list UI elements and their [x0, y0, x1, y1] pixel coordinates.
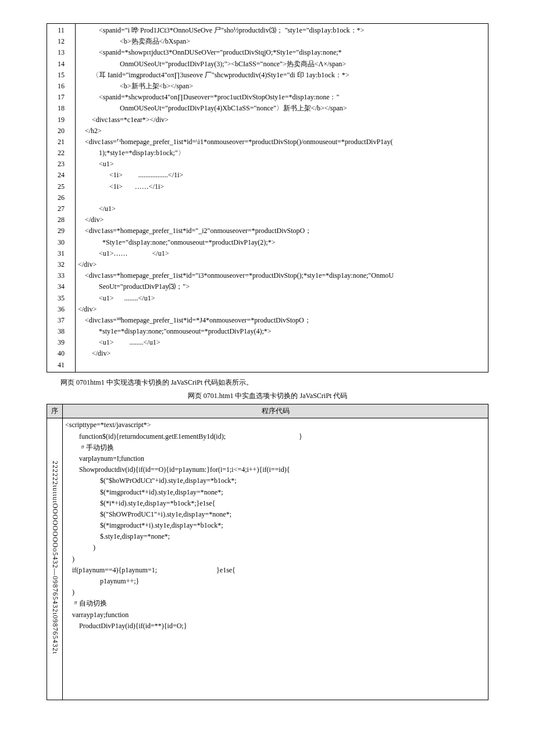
line-number: 36	[58, 304, 65, 315]
code-line: $("$hoWPrOdUCt"+id).sty1e,disp1ay=*b1ock…	[65, 475, 486, 486]
code-line: <b>热卖商品</bXspan>	[78, 36, 486, 47]
code-line: <1i> ……</1i>	[78, 181, 486, 192]
code-cell-2: <scripttype=*text/javascript*> function$…	[63, 418, 488, 700]
line-number: 38	[58, 326, 65, 337]
code-line	[65, 676, 486, 687]
code-line	[65, 632, 486, 643]
code-line: <divc1ass=*homepage_prefer_1ist*id="_i2"…	[78, 225, 486, 237]
line-numbers-cell: 1112131415161718192021222324252627282930…	[47, 24, 76, 372]
code-line: <u1> ........</u1>	[78, 337, 486, 348]
code-table-1: 1112131415161718192021222324252627282930…	[47, 23, 488, 372]
line-number: 23	[58, 159, 65, 170]
code-line: <divc1ass=ᶠᶦhomepage_prefer_1ist*id=\i1*…	[78, 137, 486, 148]
line-number: 25	[58, 181, 65, 192]
code-line: $.sty1e,disp1ay=*none*;	[65, 531, 486, 542]
line-number: 41	[58, 360, 65, 371]
code-line: OnmOUSeoUt="producIDivP1ay(3);"><bCIaSS=…	[78, 59, 486, 70]
line-number: 15	[58, 70, 65, 81]
line-number: 24	[58, 170, 65, 181]
code-line: <b>新书上架<b></span>	[78, 81, 486, 92]
line-number: 16	[58, 81, 65, 92]
code-line: <divc1ass=*homepage_prefer_1ist*id="i3*o…	[78, 270, 486, 281]
line-number: 21	[58, 137, 65, 148]
table-caption: 网页 0701.htm1 中实血选项卡切换的 JaVaSCriPt 代码	[47, 390, 488, 402]
code-line: 1);*sty1e=*disp1ay:b1ock;"〉	[78, 148, 486, 159]
code-line: )	[65, 554, 486, 565]
code-line: </div>	[78, 259, 486, 270]
line-number: 30	[58, 237, 65, 248]
header-seq: 序	[47, 404, 63, 418]
code-line: <u1>	[78, 159, 486, 170]
line-number: 31	[58, 248, 65, 259]
code-line: <1i> .................</1i>	[78, 170, 486, 181]
code-line: </div>	[78, 348, 486, 359]
code-line: <u1> ........</u1>	[78, 293, 486, 304]
code-table-2: 序 程序代码 222222ιuιιuιOOOOOOOOo5432—0987654…	[47, 404, 488, 700]
code-line: )	[65, 542, 486, 553]
code-line: *sty1e=*disp1ay:none;"onmouseout=*produc…	[78, 326, 486, 337]
line-number: 32	[58, 259, 65, 270]
code-line: <spanid=*shcwproduct4"on∏Duseover=*proc1…	[78, 92, 486, 103]
line-number: 12	[58, 36, 65, 47]
code-line: <divc1ass=*c1ear*></div>	[78, 114, 486, 126]
line-number: 19	[58, 114, 65, 126]
code-line: OnmOUSeoUt="producIDivP1ay(4)XbC1aSS="no…	[78, 103, 486, 114]
code-line: )	[65, 587, 486, 598]
code-line: 〃自动切换	[65, 598, 486, 609]
line-number: 18	[58, 103, 65, 114]
code-cell: <spanid="i 哗 Prod1JCt3*OnnoUSeOve 尸"sho½…	[76, 24, 488, 372]
code-line: </h2>	[78, 126, 486, 137]
line-number: 22	[58, 148, 65, 159]
code-line: <divc1ass=ᵂhomepage_prefer_1ist*id=*J4*o…	[78, 315, 486, 326]
code-line: <scripttype=*text/javascript*>	[65, 420, 486, 431]
code-line: varrayp1ay;function	[65, 610, 486, 621]
code-line: Showproductdiv(id){if(id==O){id=p1aynum:…	[65, 464, 486, 475]
code-line: </div>	[78, 304, 486, 315]
code-line	[65, 643, 486, 654]
code-line: SeoUt="productDivP1ay⑶；">	[78, 281, 486, 292]
line-number: 34	[58, 281, 65, 292]
line-number: 29	[58, 225, 65, 237]
line-number: 33	[58, 270, 65, 281]
code-line: </div>	[78, 214, 486, 225]
line-number: 20	[58, 126, 65, 137]
code-line: <spanid=*showpιτjduct3*OnnDUSeOVer="prod…	[78, 47, 486, 58]
line-number: 13	[58, 47, 65, 58]
line-number: 11	[58, 25, 65, 36]
code-line: $(*imgproduct*+i).sty1e,disp1ay=*b1ock*;	[65, 520, 486, 531]
code-line: function$(id){returndocument.getE1ementB…	[65, 431, 486, 442]
code-line: <spanid="i 哗 Prod1JCt3*OnnoUSeOve 尸"sho½…	[78, 25, 486, 36]
line-number: 35	[58, 293, 65, 304]
code-line: $("ShOWProdUC1"+i).sty1e,disp1ay=*none*;	[65, 509, 486, 520]
line-number: 17	[58, 92, 65, 103]
code-line	[65, 654, 486, 665]
code-line: $(*imgproduct*+id).sty1e,disp1ay=*none*;	[65, 487, 486, 498]
code-line: 〈耳 Ianid="imgproduct4"oπ∏3useove 厂"shcwp…	[78, 70, 486, 81]
vertical-seq-cell: 222222ιuιιuιOOOOOOOOo5432—098765432ι0987…	[47, 418, 63, 700]
code-line: *Sty1e="disp1ay:none;"onmouseout=*produc…	[78, 237, 486, 248]
code-line	[65, 665, 486, 676]
code-line	[78, 192, 486, 203]
header-code: 程序代码	[63, 404, 488, 418]
code-line: </u1>	[78, 203, 486, 214]
code-line: if(p1aynum==4){p1aynum=1; }e1se{	[65, 565, 486, 576]
code-line: 〃手动切换	[65, 442, 486, 453]
line-number: 40	[58, 348, 65, 359]
code-line: varpIaynum=I;function	[65, 453, 486, 464]
line-number: 28	[58, 214, 65, 225]
line-number: 39	[58, 337, 65, 348]
line-number: 14	[58, 59, 65, 70]
vertical-seq-text: 222222ιuιιuιOOOOOOOOo5432—098765432ι0987…	[49, 461, 60, 654]
line-number: 27	[58, 203, 65, 214]
code-line: ProductDivP1ay(id){if(id=**){id=O;}	[65, 621, 486, 632]
code-line: $(*i*+id).sty1e,disp1ay=*b1ock*;}e1se{	[65, 498, 486, 509]
intro-paragraph: 网页 0701htm1 中实现选项卡切换的 JaVaSCriPt 代码如表所示。	[47, 377, 488, 388]
code-line: p1aynum++;}	[65, 576, 486, 587]
code-line	[65, 687, 486, 698]
code-line: <u1>…… </u1>	[78, 248, 486, 259]
line-number: 26	[58, 192, 65, 203]
line-number: 37	[58, 315, 65, 326]
